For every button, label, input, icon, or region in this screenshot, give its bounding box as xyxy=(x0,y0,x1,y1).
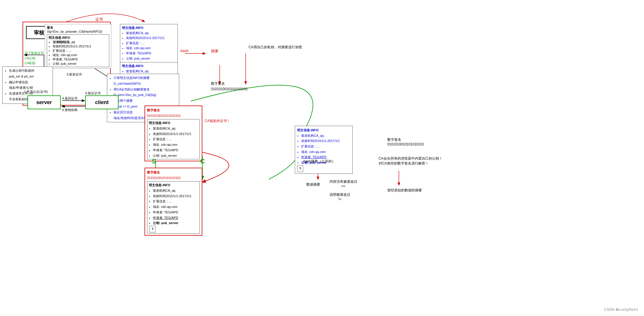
not-modified: 内容没有被篡改过 == xyxy=(330,179,357,188)
client-label: client xyxy=(95,99,109,106)
step3-label: 3.签发证书 xyxy=(66,72,82,77)
ca-public-key: CA公钥 xyxy=(25,56,44,61)
digital-sig-value: 0101010010101010101 xyxy=(211,86,248,92)
c-label: C xyxy=(200,158,205,165)
watermark: CSDN ✿LuckyRich1 xyxy=(604,307,638,312)
audit-label: 审核 xyxy=(34,29,44,36)
step1-label: 1.申请认证(证书) xyxy=(24,90,48,94)
data-digest-label: 数据摘要 xyxy=(306,182,320,187)
ca-info-title: 为了签发证书 xyxy=(25,51,44,56)
sig-inner-info: 明文信息-INFO 签发机构CA_qq 有效时间2015/1/1-2017/1/… xyxy=(47,34,109,67)
ca-info: 为了签发证书 CA公钥 CA私钥 xyxy=(25,51,44,66)
hash-digest-public-label: hash摘要（公开的） xyxy=(304,159,335,164)
step2-label: 2.审核信息 xyxy=(54,40,69,44)
plaintext-info-1: 明文信息-INFO 签发机构CA_qq 有效时间2015/1/1-2017/1/… xyxy=(120,24,178,62)
right-dig-sig-label: 数字签名 0101010010101010101 xyxy=(387,137,424,146)
sig-box: 签名 Sig=Enc_by_priavate_CA[Hash(INFO)] 明文… xyxy=(45,24,111,69)
right-plain-info: 明文信息-INFO 签发机构CA_qq 有效时间2015/1/1-2017/1/… xyxy=(295,126,353,174)
ca-public-key-note: CA会在所有的浏览器中内置自己的公钥！对CA曾经的数字签名进行解密！ xyxy=(379,156,443,166)
server-box: server xyxy=(27,95,61,109)
certificate-label: 证书 xyxy=(95,17,103,22)
original-digest-label: 曾经原始的数据的摘要 xyxy=(387,188,422,193)
diagram: { "title": "CA证书原理图", "audit": "审核", "ca… xyxy=(0,0,644,316)
s-label: S xyxy=(152,158,156,165)
ca-issued-cert-box: 数字签名 0101010010101010101 明文信息-INFO 签发机构C… xyxy=(145,106,202,161)
hash-label: hash xyxy=(180,49,188,53)
ca-issued-label: CA颁发的证书！ xyxy=(205,119,230,123)
server-cert-box: 数字签名 0101010010101010101 明文信息-INFO 签发机构C… xyxy=(145,168,202,236)
step4-label: 4.返回证书 xyxy=(62,96,77,101)
server-label: server xyxy=(36,99,52,106)
digest-label: 摘要 xyxy=(211,49,219,54)
ca-private-key: CA私钥 xyxy=(25,61,44,66)
modified: 说明被篡改过 != xyxy=(330,192,350,201)
ca-encrypt-label: CA用自己的私钥，对摘要进行加密 xyxy=(249,45,302,50)
sig-title: 签名 xyxy=(47,25,109,30)
digital-sig-label: 数字签名 xyxy=(211,81,248,86)
digital-sig-area: 数字签名 0101010010101010101 xyxy=(211,81,248,92)
step6-label: 6.密钥协商 xyxy=(62,108,77,112)
client-box: client xyxy=(85,95,119,109)
step5-label: 5.验证证书 xyxy=(85,91,101,95)
sig-formula: Sig=Enc_by_priavate_CA[Hash(INFO)] xyxy=(47,30,109,33)
